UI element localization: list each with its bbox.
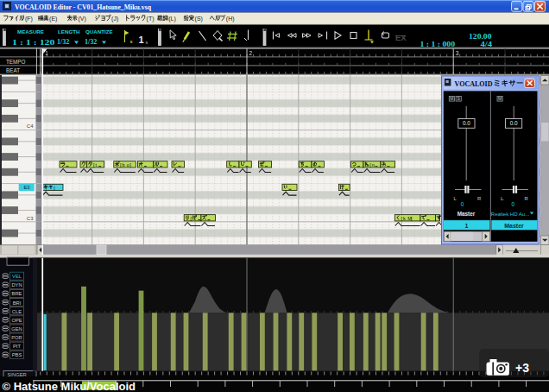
svg-text:E3: E3 bbox=[24, 185, 30, 190]
svg-text:4/4: 4/4 bbox=[481, 40, 493, 48]
svg-text:C3: C3 bbox=[27, 216, 34, 221]
svg-text:MEASURE: MEASURE bbox=[17, 28, 44, 35]
svg-text:0.0: 0.0 bbox=[463, 120, 470, 126]
svg-text:EX: EX bbox=[395, 33, 407, 42]
svg-text:PBS: PBS bbox=[12, 352, 22, 357]
svg-text:0: 0 bbox=[461, 201, 464, 207]
svg-text:1/32: 1/32 bbox=[85, 38, 97, 46]
svg-text:BEAT: BEAT bbox=[6, 67, 20, 73]
svg-text:1 : 1 : 120: 1 : 1 : 120 bbox=[12, 38, 55, 47]
svg-text:1/32: 1/32 bbox=[57, 38, 69, 46]
svg-text:b: b bbox=[123, 162, 125, 168]
svg-text:CLE: CLE bbox=[12, 309, 22, 314]
svg-text:1 : 1 : 000: 1 : 1 : 000 bbox=[420, 40, 456, 48]
svg-text:BRI: BRI bbox=[13, 300, 22, 306]
svg-text:M: M bbox=[450, 96, 453, 101]
svg-text:+3: +3 bbox=[515, 361, 529, 375]
svg-text:Master: Master bbox=[504, 223, 524, 229]
svg-text:1: 1 bbox=[139, 35, 144, 45]
svg-text:M: M bbox=[498, 96, 502, 101]
svg-text:(T): (T) bbox=[147, 16, 155, 22]
svg-text:1: 1 bbox=[45, 50, 48, 56]
svg-text:GEN: GEN bbox=[11, 326, 22, 332]
svg-text:VEL: VEL bbox=[12, 274, 22, 279]
svg-text:(E): (E) bbox=[49, 16, 57, 22]
svg-text:DYN: DYN bbox=[11, 282, 22, 288]
svg-text:(V): (V) bbox=[78, 16, 85, 22]
svg-text:2: 2 bbox=[249, 50, 253, 56]
svg-text:POR: POR bbox=[11, 335, 22, 340]
svg-text:Realtek HD Au...: Realtek HD Au... bbox=[491, 212, 530, 217]
svg-text:OPE: OPE bbox=[11, 318, 22, 323]
svg-text:BRE: BRE bbox=[12, 291, 22, 296]
svg-text:s: s bbox=[130, 39, 133, 44]
svg-text:TEMPO: TEMPO bbox=[6, 59, 25, 65]
svg-text:QUANTIZE: QUANTIZE bbox=[85, 28, 113, 35]
svg-text:k: k bbox=[403, 216, 406, 221]
svg-text:(S): (S) bbox=[195, 16, 203, 22]
svg-text:(F): (F) bbox=[25, 16, 33, 22]
svg-text:3: 3 bbox=[456, 50, 459, 56]
svg-text:(H): (H) bbox=[226, 16, 235, 22]
svg-text:LENGTH: LENGTH bbox=[58, 28, 80, 35]
svg-text:1: 1 bbox=[465, 223, 469, 229]
svg-text:R: R bbox=[477, 196, 482, 201]
svg-text:VOCALOID: VOCALOID bbox=[455, 80, 493, 88]
svg-text:(J): (J) bbox=[111, 16, 118, 22]
svg-text:R: R bbox=[525, 196, 529, 201]
svg-text:0: 0 bbox=[512, 201, 515, 207]
svg-text:(L): (L) bbox=[168, 16, 176, 22]
svg-text:© Hatsune Miku/Vocaloid: © Hatsune Miku/Vocaloid bbox=[3, 380, 136, 392]
svg-text:s: s bbox=[146, 40, 148, 45]
svg-text:C4: C4 bbox=[27, 123, 34, 129]
svg-text:VOCALOID Editor - CV01_Hatsune: VOCALOID Editor - CV01_Hatsune_Miku.vsq bbox=[15, 3, 151, 11]
svg-text:PIT: PIT bbox=[13, 344, 21, 349]
svg-text:n: n bbox=[372, 162, 375, 168]
svg-text:Master: Master bbox=[458, 211, 476, 217]
svg-text:0.0: 0.0 bbox=[510, 120, 518, 126]
